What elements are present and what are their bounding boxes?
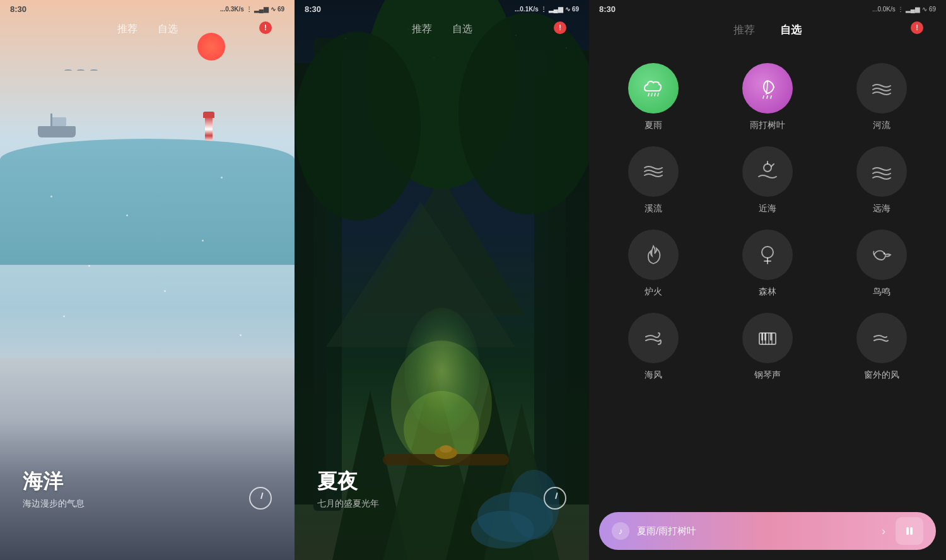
status-right-2: ...0.1K/s ⋮ ▂▄▆ ∿ 69 [515, 6, 579, 13]
birds-icon [870, 243, 893, 266]
wind1-icon [642, 327, 665, 349]
sound-label-forest: 森林 [759, 286, 776, 298]
sound-circle-river [856, 63, 907, 114]
svg-line-23 [655, 93, 655, 96]
player-pause-button[interactable] [896, 517, 923, 545]
bottom-player[interactable]: ♪ 夏雨/雨打树叶 › [599, 512, 936, 550]
sound-item-birds[interactable]: 鸟鸣 [829, 230, 933, 298]
wind2-icon [870, 327, 893, 349]
sound-item-wind2[interactable]: 窗外的风 [829, 313, 933, 381]
status-right-3: ...0.0K/s ⋮ ▂▄▆ ∿ 69 [872, 6, 936, 13]
sound-item-rain-leaves[interactable]: 雨打树叶 [716, 63, 820, 131]
forest-title: 夏夜 [317, 468, 379, 496]
forest-glow [404, 308, 480, 434]
svg-line-30 [771, 164, 774, 166]
nav-tabs-3: 推荐 自选 [589, 20, 946, 40]
svg-point-31 [762, 247, 773, 258]
signal-3: ▂▄▆ [906, 6, 920, 13]
player-next-arrow[interactable]: › [882, 525, 885, 538]
timer-icon-2[interactable] [544, 487, 566, 510]
sound-label-piano: 钢琴声 [754, 370, 781, 381]
timer-icon-1[interactable] [249, 487, 272, 510]
sound-circle-wind2 [856, 313, 907, 363]
fire-icon [642, 243, 665, 266]
bt-icon-1: ⋮ [246, 6, 252, 13]
forest-icon [756, 243, 779, 266]
svg-line-21 [648, 93, 649, 96]
bt-3: ⋮ [897, 6, 904, 13]
time-3: 8:30 [599, 4, 616, 14]
svg-line-22 [651, 93, 652, 96]
snow-6 [63, 315, 65, 317]
svg-point-14 [440, 445, 452, 453]
time-1: 8:30 [10, 4, 26, 14]
snow-5 [164, 290, 166, 292]
sound-item-river[interactable]: 河流 [829, 63, 933, 131]
snow-1 [50, 195, 52, 197]
panel-ocean: 8:30 ...0.3K/s ⋮ ▂▄▆ ∿ 69 推荐 自选 ! [0, 0, 295, 560]
near-sea-icon [756, 160, 779, 183]
signal-2: ▂▄▆ [549, 6, 563, 13]
svg-point-19 [295, 32, 421, 221]
snow-7 [240, 334, 242, 336]
tab-recommend-2[interactable]: 推荐 [412, 20, 432, 38]
stream-icon [642, 160, 665, 183]
sound-label-near-sea: 近海 [759, 203, 776, 214]
wifi-icon-1: ∿ [271, 6, 276, 13]
battery-3: 69 [929, 6, 936, 13]
leaf-rain-icon [756, 77, 779, 100]
pause-icon [904, 526, 914, 536]
ocean-subtitle: 海边漫步的气息 [23, 498, 85, 510]
sound-label-rain-leaves: 雨打树叶 [750, 120, 785, 131]
tab-custom-3[interactable]: 自选 [780, 20, 802, 40]
svg-line-25 [763, 96, 764, 98]
battery-2: 69 [572, 6, 579, 13]
sound-item-summer-rain[interactable]: 夏雨 [602, 63, 706, 131]
sound-item-far-sea[interactable]: 远海 [829, 146, 933, 214]
sound-circle-summer-rain [628, 63, 679, 114]
svg-line-26 [767, 96, 768, 98]
sound-item-stream[interactable]: 溪流 [602, 146, 706, 214]
sound-item-piano[interactable]: 钢琴声 [716, 313, 820, 381]
ocean [0, 139, 295, 265]
sound-item-fire[interactable]: 炉火 [602, 230, 706, 298]
sound-item-forest[interactable]: 森林 [716, 230, 820, 298]
svg-rect-40 [761, 333, 763, 341]
player-music-icon: ♪ [612, 522, 629, 540]
sound-label-river: 河流 [873, 120, 891, 131]
tab-custom-1[interactable]: 自选 [158, 20, 178, 38]
sound-circle-wind1 [628, 313, 679, 363]
beach [0, 358, 295, 560]
bird-2 [77, 69, 85, 72]
ocean-info: 海洋 海边漫步的气息 [23, 468, 85, 510]
sound-circle-fire [628, 230, 679, 280]
cloud-rain-icon [642, 77, 665, 100]
forest-subtitle: 七月的盛夏光年 [317, 498, 379, 510]
bt-icon-2: ⋮ [540, 6, 547, 13]
sound-label-wind2: 窗外的风 [864, 370, 899, 381]
svg-rect-42 [770, 333, 772, 341]
tab-recommend-1[interactable]: 推荐 [117, 20, 137, 38]
status-bar-3: 8:30 ...0.0K/s ⋮ ▂▄▆ ∿ 69 [589, 0, 946, 18]
alert-badge-1[interactable]: ! [259, 21, 272, 34]
sound-circle-birds [856, 230, 907, 280]
svg-line-24 [658, 93, 658, 96]
wifi-2: ∿ [565, 6, 570, 13]
network-1: ...0.3K/s [220, 6, 244, 13]
svg-point-28 [764, 164, 771, 172]
tab-custom-2[interactable]: 自选 [452, 20, 472, 38]
status-bar-2: 8:30 ...0.1K/s ⋮ ▂▄▆ ∿ 69 [295, 0, 589, 18]
sound-item-near-sea[interactable]: 近海 [716, 146, 820, 214]
alert-badge-2[interactable]: ! [554, 21, 566, 34]
sound-item-wind1[interactable]: 海风 [602, 313, 706, 381]
sound-label-summer-rain: 夏雨 [645, 120, 662, 131]
svg-rect-43 [906, 527, 909, 535]
snow-3 [202, 240, 204, 242]
sound-circle-piano [742, 313, 793, 363]
sound-label-far-sea: 远海 [873, 203, 891, 214]
nav-tabs-1: 推荐 自选 [0, 20, 295, 38]
sound-circle-stream [628, 146, 679, 197]
snow-4 [88, 265, 90, 267]
tab-recommend-3[interactable]: 推荐 [733, 20, 755, 40]
player-text: 夏雨/雨打树叶 [637, 525, 882, 537]
